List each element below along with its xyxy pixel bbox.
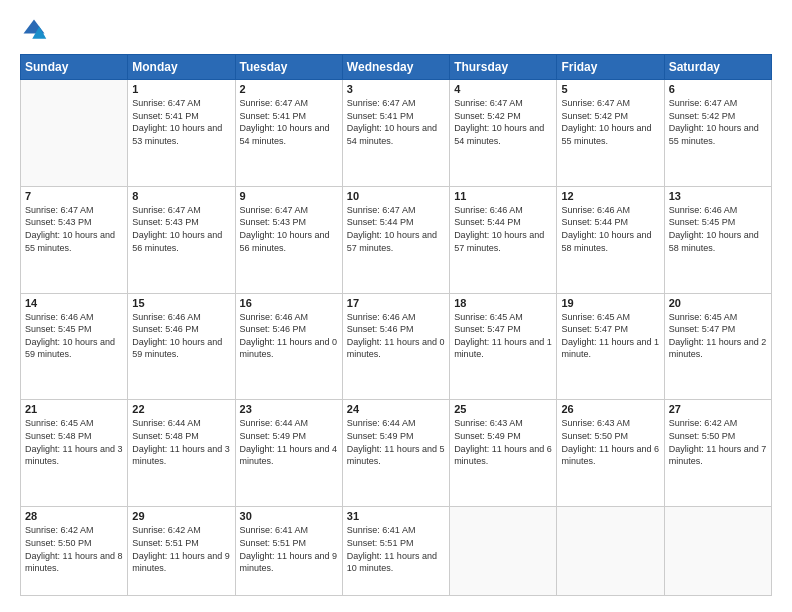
day-info: Sunrise: 6:42 AM Sunset: 5:50 PM Dayligh…	[25, 524, 123, 574]
calendar-day-cell: 20Sunrise: 6:45 AM Sunset: 5:47 PM Dayli…	[664, 293, 771, 400]
calendar-header-monday: Monday	[128, 55, 235, 80]
calendar-day-cell: 9Sunrise: 6:47 AM Sunset: 5:43 PM Daylig…	[235, 186, 342, 293]
logo-icon	[20, 16, 48, 44]
day-info: Sunrise: 6:44 AM Sunset: 5:48 PM Dayligh…	[132, 417, 230, 467]
calendar-day-cell: 7Sunrise: 6:47 AM Sunset: 5:43 PM Daylig…	[21, 186, 128, 293]
calendar-day-cell: 3Sunrise: 6:47 AM Sunset: 5:41 PM Daylig…	[342, 80, 449, 187]
header	[20, 16, 772, 44]
calendar-day-cell: 16Sunrise: 6:46 AM Sunset: 5:46 PM Dayli…	[235, 293, 342, 400]
day-number: 18	[454, 297, 552, 309]
day-number: 22	[132, 403, 230, 415]
calendar-day-cell: 8Sunrise: 6:47 AM Sunset: 5:43 PM Daylig…	[128, 186, 235, 293]
day-number: 20	[669, 297, 767, 309]
calendar-day-cell: 27Sunrise: 6:42 AM Sunset: 5:50 PM Dayli…	[664, 400, 771, 507]
day-number: 1	[132, 83, 230, 95]
calendar-header-wednesday: Wednesday	[342, 55, 449, 80]
day-number: 11	[454, 190, 552, 202]
day-number: 23	[240, 403, 338, 415]
calendar-day-cell: 11Sunrise: 6:46 AM Sunset: 5:44 PM Dayli…	[450, 186, 557, 293]
calendar-day-cell: 26Sunrise: 6:43 AM Sunset: 5:50 PM Dayli…	[557, 400, 664, 507]
calendar-week-row: 14Sunrise: 6:46 AM Sunset: 5:45 PM Dayli…	[21, 293, 772, 400]
day-info: Sunrise: 6:47 AM Sunset: 5:42 PM Dayligh…	[561, 97, 659, 147]
day-number: 25	[454, 403, 552, 415]
calendar-day-cell: 2Sunrise: 6:47 AM Sunset: 5:41 PM Daylig…	[235, 80, 342, 187]
calendar-day-cell: 14Sunrise: 6:46 AM Sunset: 5:45 PM Dayli…	[21, 293, 128, 400]
day-info: Sunrise: 6:41 AM Sunset: 5:51 PM Dayligh…	[347, 524, 445, 574]
day-number: 14	[25, 297, 123, 309]
day-info: Sunrise: 6:46 AM Sunset: 5:46 PM Dayligh…	[132, 311, 230, 361]
day-info: Sunrise: 6:45 AM Sunset: 5:47 PM Dayligh…	[561, 311, 659, 361]
day-number: 5	[561, 83, 659, 95]
day-number: 6	[669, 83, 767, 95]
page: SundayMondayTuesdayWednesdayThursdayFrid…	[0, 0, 792, 612]
day-info: Sunrise: 6:41 AM Sunset: 5:51 PM Dayligh…	[240, 524, 338, 574]
day-info: Sunrise: 6:46 AM Sunset: 5:44 PM Dayligh…	[561, 204, 659, 254]
day-number: 29	[132, 510, 230, 522]
calendar-day-cell	[664, 507, 771, 596]
day-number: 21	[25, 403, 123, 415]
day-number: 27	[669, 403, 767, 415]
calendar-week-row: 7Sunrise: 6:47 AM Sunset: 5:43 PM Daylig…	[21, 186, 772, 293]
day-number: 28	[25, 510, 123, 522]
calendar-day-cell: 24Sunrise: 6:44 AM Sunset: 5:49 PM Dayli…	[342, 400, 449, 507]
calendar-week-row: 1Sunrise: 6:47 AM Sunset: 5:41 PM Daylig…	[21, 80, 772, 187]
calendar-week-row: 28Sunrise: 6:42 AM Sunset: 5:50 PM Dayli…	[21, 507, 772, 596]
calendar-header-thursday: Thursday	[450, 55, 557, 80]
day-info: Sunrise: 6:47 AM Sunset: 5:41 PM Dayligh…	[347, 97, 445, 147]
calendar-header-row: SundayMondayTuesdayWednesdayThursdayFrid…	[21, 55, 772, 80]
calendar-day-cell: 29Sunrise: 6:42 AM Sunset: 5:51 PM Dayli…	[128, 507, 235, 596]
day-number: 7	[25, 190, 123, 202]
calendar-header-saturday: Saturday	[664, 55, 771, 80]
calendar-day-cell: 25Sunrise: 6:43 AM Sunset: 5:49 PM Dayli…	[450, 400, 557, 507]
calendar-week-row: 21Sunrise: 6:45 AM Sunset: 5:48 PM Dayli…	[21, 400, 772, 507]
day-info: Sunrise: 6:46 AM Sunset: 5:46 PM Dayligh…	[240, 311, 338, 361]
day-number: 15	[132, 297, 230, 309]
day-info: Sunrise: 6:47 AM Sunset: 5:41 PM Dayligh…	[132, 97, 230, 147]
day-info: Sunrise: 6:47 AM Sunset: 5:43 PM Dayligh…	[25, 204, 123, 254]
calendar-day-cell	[557, 507, 664, 596]
calendar-day-cell: 15Sunrise: 6:46 AM Sunset: 5:46 PM Dayli…	[128, 293, 235, 400]
day-number: 16	[240, 297, 338, 309]
day-info: Sunrise: 6:46 AM Sunset: 5:46 PM Dayligh…	[347, 311, 445, 361]
calendar-day-cell: 19Sunrise: 6:45 AM Sunset: 5:47 PM Dayli…	[557, 293, 664, 400]
day-number: 26	[561, 403, 659, 415]
day-number: 24	[347, 403, 445, 415]
day-number: 19	[561, 297, 659, 309]
day-info: Sunrise: 6:46 AM Sunset: 5:44 PM Dayligh…	[454, 204, 552, 254]
calendar-header-sunday: Sunday	[21, 55, 128, 80]
day-info: Sunrise: 6:47 AM Sunset: 5:43 PM Dayligh…	[132, 204, 230, 254]
calendar-day-cell: 6Sunrise: 6:47 AM Sunset: 5:42 PM Daylig…	[664, 80, 771, 187]
calendar-day-cell: 30Sunrise: 6:41 AM Sunset: 5:51 PM Dayli…	[235, 507, 342, 596]
calendar-day-cell: 22Sunrise: 6:44 AM Sunset: 5:48 PM Dayli…	[128, 400, 235, 507]
calendar-day-cell: 17Sunrise: 6:46 AM Sunset: 5:46 PM Dayli…	[342, 293, 449, 400]
day-number: 4	[454, 83, 552, 95]
day-number: 3	[347, 83, 445, 95]
day-number: 9	[240, 190, 338, 202]
calendar-day-cell: 18Sunrise: 6:45 AM Sunset: 5:47 PM Dayli…	[450, 293, 557, 400]
calendar-day-cell: 13Sunrise: 6:46 AM Sunset: 5:45 PM Dayli…	[664, 186, 771, 293]
calendar-header-friday: Friday	[557, 55, 664, 80]
day-info: Sunrise: 6:42 AM Sunset: 5:50 PM Dayligh…	[669, 417, 767, 467]
day-number: 13	[669, 190, 767, 202]
calendar-day-cell: 23Sunrise: 6:44 AM Sunset: 5:49 PM Dayli…	[235, 400, 342, 507]
calendar-day-cell: 21Sunrise: 6:45 AM Sunset: 5:48 PM Dayli…	[21, 400, 128, 507]
day-number: 30	[240, 510, 338, 522]
calendar-day-cell: 28Sunrise: 6:42 AM Sunset: 5:50 PM Dayli…	[21, 507, 128, 596]
calendar-day-cell: 12Sunrise: 6:46 AM Sunset: 5:44 PM Dayli…	[557, 186, 664, 293]
day-info: Sunrise: 6:45 AM Sunset: 5:47 PM Dayligh…	[454, 311, 552, 361]
day-number: 17	[347, 297, 445, 309]
calendar-table: SundayMondayTuesdayWednesdayThursdayFrid…	[20, 54, 772, 596]
day-info: Sunrise: 6:47 AM Sunset: 5:42 PM Dayligh…	[454, 97, 552, 147]
calendar-header-tuesday: Tuesday	[235, 55, 342, 80]
day-info: Sunrise: 6:46 AM Sunset: 5:45 PM Dayligh…	[669, 204, 767, 254]
day-info: Sunrise: 6:43 AM Sunset: 5:50 PM Dayligh…	[561, 417, 659, 467]
day-info: Sunrise: 6:45 AM Sunset: 5:47 PM Dayligh…	[669, 311, 767, 361]
day-number: 2	[240, 83, 338, 95]
day-number: 10	[347, 190, 445, 202]
logo	[20, 16, 52, 44]
day-number: 8	[132, 190, 230, 202]
calendar-day-cell	[450, 507, 557, 596]
calendar-day-cell	[21, 80, 128, 187]
day-info: Sunrise: 6:44 AM Sunset: 5:49 PM Dayligh…	[240, 417, 338, 467]
day-info: Sunrise: 6:47 AM Sunset: 5:43 PM Dayligh…	[240, 204, 338, 254]
